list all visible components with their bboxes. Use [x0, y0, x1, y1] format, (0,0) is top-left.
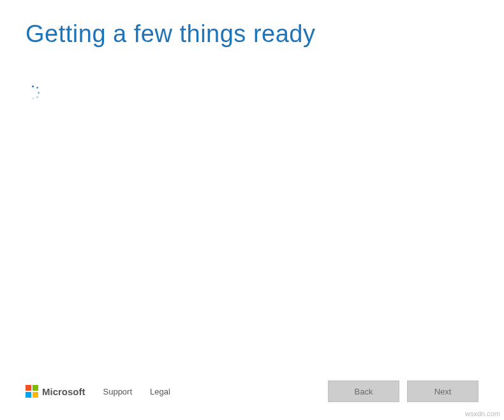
next-button[interactable]: Next — [407, 380, 478, 402]
microsoft-wordmark: Microsoft — [42, 386, 85, 397]
microsoft-brand: Microsoft — [26, 385, 85, 398]
watermark: wsxdn.com — [465, 410, 500, 417]
support-link[interactable]: Support — [103, 387, 133, 396]
loading-spinner-icon — [26, 85, 40, 99]
footer: Microsoft Support Legal Back Next — [26, 380, 478, 402]
legal-link[interactable]: Legal — [150, 387, 170, 396]
page-title: Getting a few things ready — [26, 20, 315, 48]
microsoft-logo-icon — [26, 385, 38, 398]
footer-left: Microsoft Support Legal — [26, 385, 170, 398]
footer-right: Back Next — [328, 380, 478, 402]
back-button[interactable]: Back — [328, 380, 399, 402]
